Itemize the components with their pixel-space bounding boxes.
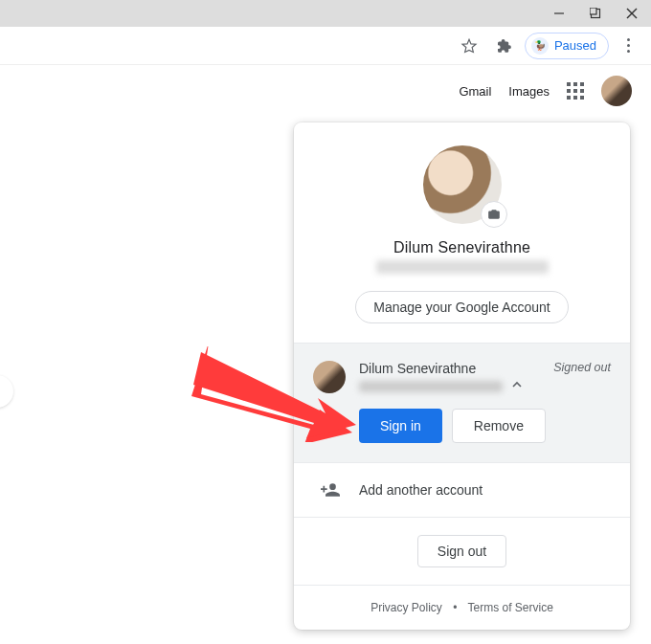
secondary-account-section: Dilum Senevirathne Signed out Sign in Re… [294,343,630,462]
sign-in-button[interactable]: Sign in [359,409,442,443]
google-top-nav: Gmail Images [0,65,651,117]
camera-icon[interactable] [481,201,507,228]
left-partial-bubble [0,375,13,408]
profile-avatar[interactable] [601,76,632,106]
kebab-menu-icon[interactable] [617,38,640,53]
paused-label: Paused [554,38,596,53]
images-link[interactable]: Images [508,84,550,99]
remove-button[interactable]: Remove [452,409,546,443]
window-titlebar [0,0,651,27]
account-primary-section: Dilum Senevirathne Manage your Google Ac… [294,122,630,343]
secondary-email-blurred [359,381,503,392]
signed-out-status: Signed out [553,361,611,374]
secondary-account-name: Dilum Senevirathne [359,361,540,376]
secondary-avatar [313,361,346,393]
privacy-link[interactable]: Privacy Policy [370,601,442,614]
person-add-icon [321,480,340,500]
close-icon[interactable] [626,8,638,19]
extensions-icon[interactable] [490,33,517,59]
maximize-icon[interactable] [590,8,601,19]
add-account-label: Add another account [359,482,483,498]
paused-avatar-icon: 🦆 [531,37,549,55]
terms-link[interactable]: Terms of Service [468,601,553,614]
sign-out-button[interactable]: Sign out [417,535,506,567]
bookmark-star-icon[interactable] [456,33,483,59]
minimize-icon[interactable] [553,8,565,19]
svg-rect-2 [590,8,596,14]
primary-email-blurred [376,260,549,274]
sign-out-row: Sign out [294,517,630,585]
add-account-row[interactable]: Add another account [294,462,630,517]
chevron-up-icon[interactable] [512,377,522,392]
profile-paused-chip[interactable]: 🦆 Paused [525,33,609,59]
account-menu-card: Dilum Senevirathne Manage your Google Ac… [294,122,630,630]
apps-grid-icon[interactable] [567,82,584,100]
primary-avatar[interactable] [423,145,502,224]
primary-account-name: Dilum Senevirathne [313,239,611,256]
gmail-link[interactable]: Gmail [459,84,491,99]
browser-toolbar: 🦆 Paused [0,27,651,65]
card-footer: Privacy Policy • Terms of Service [294,585,630,630]
footer-separator: • [453,601,457,614]
manage-account-button[interactable]: Manage your Google Account [355,291,568,323]
